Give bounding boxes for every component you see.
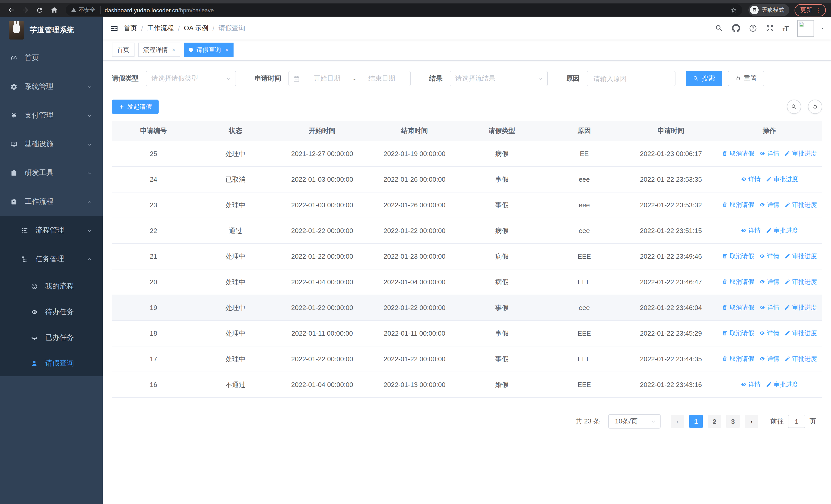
sidebar-item-done-tasks[interactable]: 已办任务 [0, 325, 103, 351]
sidebar-item-my-process[interactable]: 我的流程 [0, 273, 103, 299]
prev-page-button[interactable]: ‹ [671, 415, 684, 428]
sidebar-item-devtools[interactable]: 研发工具 [0, 158, 103, 187]
home-icon[interactable] [48, 4, 60, 16]
cell-type: 病假 [461, 243, 543, 269]
create-leave-button[interactable]: 发起请假 [112, 99, 159, 114]
sidebar-item-process-mgmt[interactable]: 流程管理 [0, 216, 103, 245]
progress-link[interactable]: 审批进度 [766, 380, 798, 389]
sidebar-item-system[interactable]: 系统管理 [0, 72, 103, 101]
url-bar[interactable]: 不安全 dashboard.yudao.iocoder.cn/bpm/oa/le… [66, 4, 742, 16]
reason-input[interactable] [592, 74, 675, 83]
cancel-leave-link[interactable]: 取消请假 [722, 252, 754, 261]
app-logo[interactable]: 芋道管理系统 [0, 17, 103, 43]
browser-menu-icon[interactable]: ⋮ [815, 6, 821, 13]
reload-icon[interactable] [34, 4, 45, 16]
breadcrumb-item[interactable]: 首页 [124, 24, 137, 33]
breadcrumb-item[interactable]: OA 示例 [184, 24, 208, 33]
sidebar-item-leave-query[interactable]: 请假查询 [0, 351, 103, 376]
toggle-search-icon[interactable] [787, 99, 801, 114]
chevron-down-icon [87, 141, 92, 147]
detail-link[interactable]: 详情 [760, 355, 779, 363]
detail-link[interactable]: 详情 [741, 175, 761, 184]
cancel-leave-link[interactable]: 取消请假 [722, 329, 754, 338]
page-button-3[interactable]: 3 [726, 415, 740, 428]
refresh-table-icon[interactable] [808, 99, 822, 114]
cell-actions: 取消请假详情审批进度 [716, 321, 822, 346]
font-size-icon[interactable]: тT [782, 24, 789, 32]
detail-link[interactable]: 详情 [760, 252, 779, 261]
sidebar-item-todo-tasks[interactable]: 待办任务 [0, 299, 103, 325]
leave-type-select[interactable]: 请选择请假类型 [146, 71, 236, 86]
detail-link[interactable]: 详情 [741, 226, 761, 235]
detail-link[interactable]: 详情 [741, 380, 761, 389]
column-header: 开始时间 [276, 121, 368, 141]
page-size-select[interactable]: 10条/页 [608, 414, 661, 428]
cancel-leave-link[interactable]: 取消请假 [722, 201, 754, 209]
security-warning[interactable]: 不安全 [71, 6, 101, 14]
cell-status: 处理中 [195, 321, 276, 346]
caret-down-icon[interactable] [820, 26, 825, 31]
forward-icon[interactable] [20, 4, 31, 16]
cancel-leave-link[interactable]: 取消请假 [722, 303, 754, 312]
progress-link[interactable]: 审批进度 [784, 278, 817, 287]
sidebar-item-home[interactable]: 首页 [0, 43, 103, 72]
tab-home[interactable]: 首页 [112, 42, 135, 57]
cancel-leave-link[interactable]: 取消请假 [722, 278, 754, 287]
sidebar-item-infra[interactable]: 基础设施 [0, 130, 103, 158]
edit-icon [766, 176, 772, 182]
cancel-leave-link[interactable]: 取消请假 [722, 149, 754, 158]
sidebar-fold-icon[interactable] [103, 24, 124, 33]
sidebar-item-task-mgmt[interactable]: 任务管理 [0, 245, 103, 273]
sidebar-item-workflow[interactable]: 工作流程 [0, 187, 103, 216]
fullscreen-icon[interactable] [766, 24, 774, 32]
progress-link[interactable]: 审批进度 [784, 149, 817, 158]
apply-time-range-picker[interactable]: 开始日期 - 结束日期 [288, 71, 411, 86]
chevron-down-icon [537, 76, 547, 81]
back-icon[interactable] [5, 4, 17, 16]
progress-link[interactable]: 审批进度 [784, 201, 817, 209]
tab-leave-query[interactable]: 请假查询× [184, 42, 233, 57]
sidebar-item-payment[interactable]: 支付管理 [0, 101, 103, 130]
cancel-leave-link[interactable]: 取消请假 [722, 355, 754, 363]
detail-link[interactable]: 详情 [760, 201, 779, 209]
page-button-2[interactable]: 2 [708, 415, 721, 428]
cell-status: 不通过 [195, 372, 276, 397]
close-icon[interactable]: × [225, 47, 228, 53]
cell-status: 处理中 [195, 192, 276, 218]
chevron-down-icon [87, 228, 92, 233]
eye-icon [760, 279, 766, 285]
cell-id: 25 [112, 141, 195, 167]
eye-closed-icon [31, 334, 38, 341]
detail-link[interactable]: 详情 [760, 303, 779, 312]
detail-link[interactable]: 详情 [760, 329, 779, 338]
update-button[interactable]: 更新 ⋮ [795, 4, 826, 16]
detail-link[interactable]: 详情 [760, 149, 779, 158]
sidebar-item-label: 支付管理 [25, 111, 87, 120]
progress-link[interactable]: 审批进度 [784, 329, 817, 338]
goto-page-input[interactable] [788, 415, 805, 428]
tab-process-detail[interactable]: 流程详情× [138, 42, 180, 57]
close-icon[interactable]: × [172, 47, 175, 53]
progress-link[interactable]: 审批进度 [784, 355, 817, 363]
progress-link[interactable]: 审批进度 [784, 303, 817, 312]
progress-link[interactable]: 审批进度 [784, 252, 817, 261]
tab-label: 请假查询 [196, 46, 221, 54]
reset-button[interactable]: 重置 [728, 71, 764, 86]
column-header: 原因 [543, 121, 625, 141]
next-page-button[interactable]: › [745, 415, 758, 428]
table-row: 25处理中2021-12-27 00:00:002022-01-19 00:00… [112, 141, 822, 167]
bookmark-star-icon[interactable] [730, 7, 737, 13]
search-button[interactable]: 搜索 [686, 71, 722, 86]
search-icon[interactable] [715, 24, 723, 32]
progress-link[interactable]: 审批进度 [766, 175, 798, 184]
breadcrumb-item[interactable]: 工作流程 [147, 24, 174, 33]
cell-end: 2022-01-19 00:00:00 [368, 141, 461, 167]
detail-link[interactable]: 详情 [760, 278, 779, 287]
progress-link[interactable]: 审批进度 [766, 226, 798, 235]
result-select[interactable]: 请选择流结果 [450, 71, 548, 86]
avatar[interactable] [797, 20, 814, 37]
leave-type-placeholder: 请选择请假类型 [151, 74, 198, 83]
page-button-1[interactable]: 1 [689, 415, 703, 428]
github-icon[interactable] [732, 24, 740, 32]
help-icon[interactable] [749, 24, 757, 32]
